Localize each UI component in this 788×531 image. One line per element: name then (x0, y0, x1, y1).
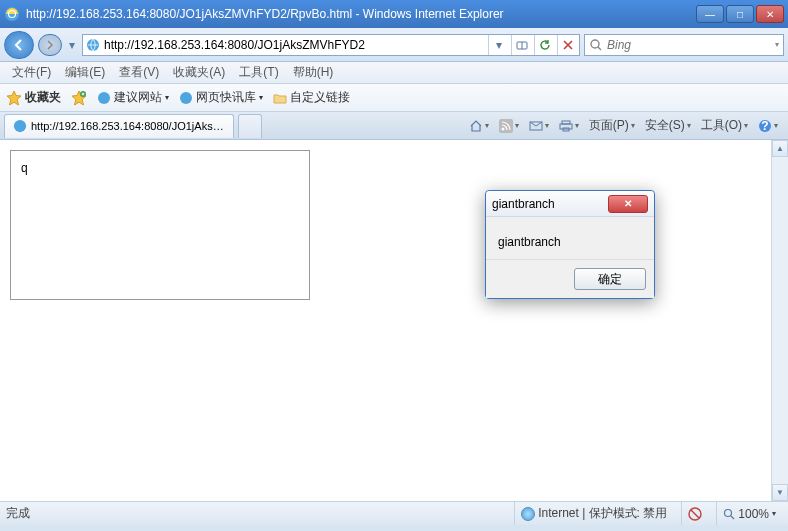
ie-icon (13, 119, 27, 133)
menu-view[interactable]: 查看(V) (113, 62, 165, 83)
window-title: http://192.168.253.164:8080/JO1jAksZMVhF… (26, 7, 696, 21)
search-icon (589, 38, 603, 52)
globe-icon (521, 507, 535, 521)
dialog-buttons: 确定 (486, 259, 654, 298)
svg-point-6 (98, 92, 110, 104)
menu-file[interactable]: 文件(F) (6, 62, 57, 83)
nav-bar: ▾ ▾ ▾ (0, 28, 788, 62)
page-icon (97, 91, 111, 105)
chevron-down-icon: ▾ (772, 509, 776, 518)
maximize-button[interactable]: □ (726, 5, 754, 23)
menu-tools[interactable]: 工具(T) (233, 62, 284, 83)
zone-info[interactable]: Internet | 保护模式: 禁用 (514, 502, 673, 525)
favorites-bar: 收藏夹 建议网站 ▾ 网页快讯库 ▾ 自定义链接 (0, 84, 788, 112)
ie-icon (4, 6, 20, 22)
chevron-down-icon: ▾ (165, 93, 169, 102)
dialog-ok-button[interactable]: 确定 (574, 268, 646, 290)
svg-point-4 (591, 40, 599, 48)
address-input[interactable] (104, 36, 485, 54)
minimize-button[interactable]: — (696, 5, 724, 23)
tab-bar: http://192.168.253.164:8080/JO1jAksZMVhF… (0, 112, 788, 140)
favorites-button[interactable]: 收藏夹 (6, 89, 61, 106)
zoom-control[interactable]: 100% ▾ (716, 502, 782, 525)
page-icon (85, 37, 101, 53)
menu-edit[interactable]: 编辑(E) (59, 62, 111, 83)
search-input[interactable] (607, 38, 771, 52)
help-button[interactable]: ?▾ (754, 117, 782, 135)
feeds-button[interactable]: ▾ (495, 117, 523, 135)
menu-favorites[interactable]: 收藏夹(A) (167, 62, 231, 83)
menu-bar: 文件(F) 编辑(E) 查看(V) 收藏夹(A) 工具(T) 帮助(H) (0, 62, 788, 84)
svg-point-10 (501, 127, 504, 130)
refresh-button[interactable] (534, 35, 554, 55)
page-body: q (0, 140, 771, 501)
nav-history-dropdown[interactable]: ▾ (66, 32, 78, 58)
tab-title: http://192.168.253.164:8080/JO1jAksZMVhF… (31, 120, 225, 132)
dialog-titlebar[interactable]: giantbranch ✕ (486, 191, 654, 217)
address-bar[interactable]: ▾ (82, 34, 580, 56)
status-bar: 完成 Internet | 保护模式: 禁用 100% ▾ (0, 501, 788, 525)
window-titlebar: http://192.168.253.164:8080/JO1jAksZMVhF… (0, 0, 788, 28)
search-bar[interactable]: ▾ (584, 34, 784, 56)
back-button[interactable] (4, 31, 34, 59)
add-favorite-icon[interactable] (71, 90, 87, 106)
alert-dialog: giantbranch ✕ giantbranch 确定 (485, 190, 655, 299)
dialog-close-button[interactable]: ✕ (608, 195, 648, 213)
forward-button[interactable] (38, 34, 62, 56)
address-dropdown[interactable]: ▾ (488, 35, 508, 55)
home-button[interactable]: ▾ (465, 117, 493, 135)
print-button[interactable]: ▾ (555, 117, 583, 135)
star-icon (6, 90, 22, 106)
new-tab-button[interactable] (238, 114, 262, 138)
folder-icon (273, 91, 287, 105)
vertical-scrollbar[interactable]: ▲ ▼ (771, 140, 788, 501)
safety-menu[interactable]: 安全(S)▾ (641, 115, 695, 136)
favorites-label: 收藏夹 (25, 89, 61, 106)
chevron-down-icon: ▾ (259, 93, 263, 102)
web-slice-link[interactable]: 网页快讯库 ▾ (179, 89, 263, 106)
suggested-sites-link[interactable]: 建议网站 ▾ (97, 89, 169, 106)
scroll-up-button[interactable]: ▲ (772, 140, 788, 157)
stop-button[interactable] (557, 35, 577, 55)
svg-rect-9 (499, 119, 513, 133)
window-buttons: — □ ✕ (696, 5, 784, 23)
scroll-down-button[interactable]: ▼ (772, 484, 788, 501)
protected-mode-icon[interactable] (681, 502, 708, 525)
zoom-level: 100% (738, 507, 769, 521)
dialog-message: giantbranch (486, 217, 654, 259)
custom-links[interactable]: 自定义链接 (273, 89, 350, 106)
tab-active[interactable]: http://192.168.253.164:8080/JO1jAksZMVhF… (4, 114, 234, 138)
compat-button[interactable] (511, 35, 531, 55)
svg-text:?: ? (761, 119, 768, 133)
textarea[interactable]: q (10, 150, 310, 300)
content-area: q ▲ ▼ (0, 140, 788, 501)
search-dropdown[interactable]: ▾ (775, 40, 779, 49)
command-bar: ▾ ▾ ▾ ▾ 页面(P)▾ 安全(S)▾ 工具(O)▾ ?▾ (465, 115, 788, 136)
page-icon (179, 91, 193, 105)
close-button[interactable]: ✕ (756, 5, 784, 23)
mail-button[interactable]: ▾ (525, 117, 553, 135)
dialog-title: giantbranch (492, 197, 608, 211)
svg-point-8 (14, 120, 26, 132)
status-text: 完成 (6, 505, 30, 522)
tools-menu[interactable]: 工具(O)▾ (697, 115, 752, 136)
svg-point-7 (180, 92, 192, 104)
page-menu[interactable]: 页面(P)▾ (585, 115, 639, 136)
svg-point-18 (725, 509, 732, 516)
menu-help[interactable]: 帮助(H) (287, 62, 340, 83)
